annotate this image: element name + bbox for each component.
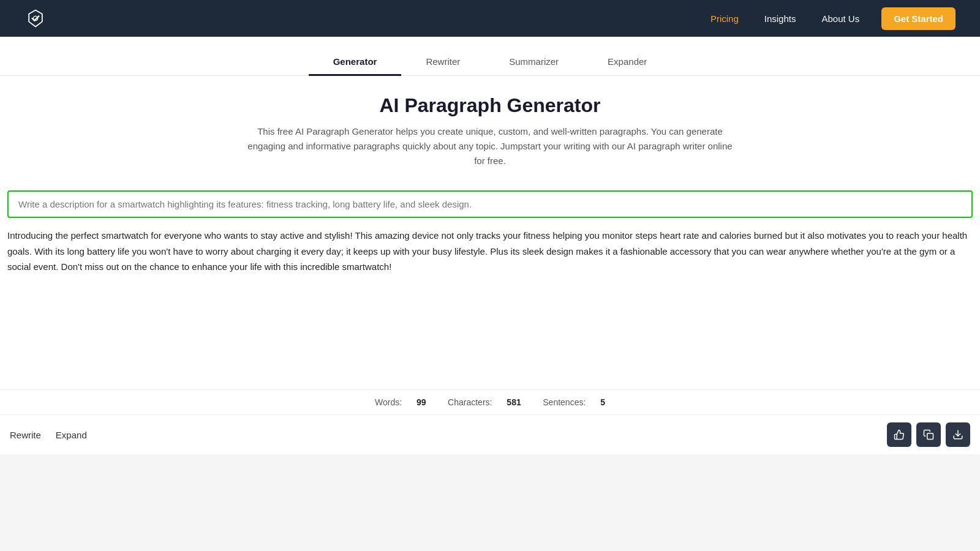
action-right <box>887 422 970 447</box>
nav-insights[interactable]: Insights <box>755 9 806 29</box>
get-started-button[interactable]: Get Started <box>881 7 956 30</box>
copy-icon <box>923 429 934 440</box>
tab-generator[interactable]: Generator <box>309 49 402 76</box>
tab-expander[interactable]: Expander <box>583 49 671 76</box>
expand-link[interactable]: Expand <box>56 430 87 440</box>
svg-rect-1 <box>927 433 933 440</box>
output-section: Introducing the perfect smartwatch for e… <box>0 218 980 389</box>
nav-links: Pricing Insights About Us Get Started <box>701 7 956 30</box>
stats-bar: Words: 99 Characters: 581 Sentences: 5 <box>0 389 980 414</box>
prompt-input[interactable] <box>7 190 973 218</box>
action-left: Rewrite Expand <box>10 430 87 440</box>
tab-rewriter[interactable]: Rewriter <box>401 49 484 76</box>
navbar: Pricing Insights About Us Get Started <box>0 0 980 37</box>
download-button[interactable] <box>946 422 970 447</box>
logo-icon <box>24 7 47 29</box>
action-bar: Rewrite Expand <box>0 414 980 454</box>
tab-summarizer[interactable]: Summarizer <box>484 49 583 76</box>
nav-about-us[interactable]: About Us <box>812 9 869 29</box>
thumbs-up-icon <box>894 429 905 440</box>
sentences-value: 5 <box>600 397 605 407</box>
nav-pricing[interactable]: Pricing <box>701 9 748 29</box>
download-icon <box>952 429 963 440</box>
hero-section: AI Paragraph Generator This free AI Para… <box>0 76 980 181</box>
rewrite-link[interactable]: Rewrite <box>10 430 41 440</box>
logo <box>24 7 47 29</box>
copy-button[interactable] <box>916 422 941 447</box>
sentences-label: Sentences: <box>543 397 586 407</box>
chars-value: 581 <box>507 397 521 407</box>
hero-description: This free AI Paragraph Generator helps y… <box>245 124 735 168</box>
tabs-bar: Generator Rewriter Summarizer Expander <box>0 37 980 76</box>
thumbs-up-button[interactable] <box>887 422 911 447</box>
output-text: Introducing the perfect smartwatch for e… <box>7 228 973 275</box>
page-title: AI Paragraph Generator <box>12 94 968 117</box>
input-section <box>0 181 980 218</box>
words-label: Words: <box>375 397 402 407</box>
chars-label: Characters: <box>448 397 492 407</box>
words-value: 99 <box>417 397 426 407</box>
